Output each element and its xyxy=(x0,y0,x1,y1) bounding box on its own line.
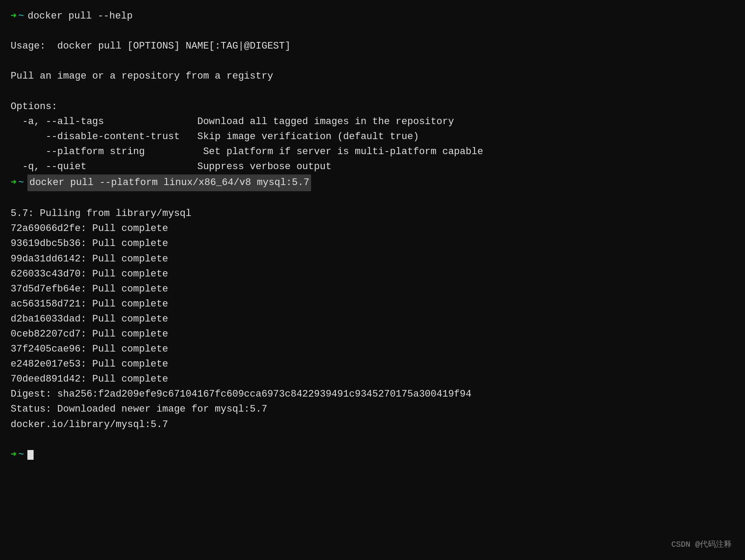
terminal-line: ac563158d721: Pull complete xyxy=(11,297,734,312)
terminal-line: --disable-content-trust Skip image verif… xyxy=(11,129,734,144)
command-text: docker pull --help xyxy=(27,9,133,24)
terminal-line: 70deed891d42: Pull complete xyxy=(11,372,734,387)
terminal-line: 0ceb82207cd7: Pull complete xyxy=(11,327,734,342)
terminal-line: e2482e017e53: Pull complete xyxy=(11,357,734,372)
terminal-line: -a, --all-tags Download all tagged image… xyxy=(11,114,734,129)
empty-line xyxy=(11,84,734,99)
terminal-line: 5.7: Pulling from library/mysql xyxy=(11,206,734,221)
prompt-arrow: ➜ xyxy=(11,9,16,24)
terminal-line: Status: Downloaded newer image for mysql… xyxy=(11,402,734,417)
watermark: CSDN @代码注释 xyxy=(671,539,732,551)
prompt-empty-line: ➜~ xyxy=(11,447,734,462)
empty-line xyxy=(11,54,734,69)
prompt-highlighted-line: ➜~docker pull --platform linux/x86_64/v8… xyxy=(11,174,734,191)
empty-line xyxy=(11,24,734,39)
terminal-line: docker.io/library/mysql:5.7 xyxy=(11,417,734,432)
terminal-line: 626033c43d70: Pull complete xyxy=(11,267,734,282)
empty-line xyxy=(11,432,734,447)
terminal-line: 99da31dd6142: Pull complete xyxy=(11,252,734,267)
terminal-line: -q, --quiet Suppress verbose output xyxy=(11,159,734,174)
terminal-line: 93619dbc5b36: Pull complete xyxy=(11,236,734,251)
terminal-line: Options: xyxy=(11,99,734,114)
terminal-line: 72a69066d2fe: Pull complete xyxy=(11,221,734,236)
prompt-tilde: ~ xyxy=(18,447,24,462)
terminal-line: Digest: sha256:f2ad209efe9c67104167fc609… xyxy=(11,387,734,402)
terminal-line: Pull an image or a repository from a reg… xyxy=(11,69,734,84)
terminal-line: Usage: docker pull [OPTIONS] NAME[:TAG|@… xyxy=(11,39,734,54)
terminal: ➜~docker pull --helpUsage: docker pull [… xyxy=(11,9,734,462)
prompt-tilde: ~ xyxy=(18,175,24,190)
prompt-tilde: ~ xyxy=(18,9,24,24)
highlighted-command-text: docker pull --platform linux/x86_64/v8 m… xyxy=(27,174,311,191)
prompt-arrow: ➜ xyxy=(11,175,16,190)
prompt-line: ➜~docker pull --help xyxy=(11,9,734,24)
terminal-line: d2ba16033dad: Pull complete xyxy=(11,312,734,327)
empty-line xyxy=(11,191,734,206)
terminal-line: 37f2405cae96: Pull complete xyxy=(11,342,734,357)
terminal-line: --platform string Set platform if server… xyxy=(11,144,734,159)
cursor xyxy=(27,450,34,460)
prompt-arrow: ➜ xyxy=(11,447,16,462)
terminal-line: 37d5d7efb64e: Pull complete xyxy=(11,282,734,297)
